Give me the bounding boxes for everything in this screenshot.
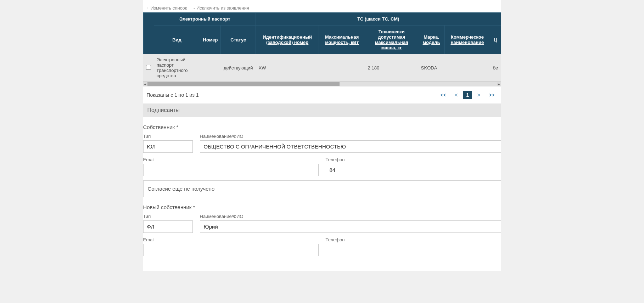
owner-type-label: Тип [143, 134, 193, 139]
cell-max-mass: 2 180 [365, 54, 418, 82]
change-list-action[interactable]: + Изменить список [147, 5, 187, 11]
owner-type-input[interactable] [143, 140, 193, 153]
new-owner-legend: Новый собственник * [143, 204, 195, 210]
table-actions: + Изменить список - Исключить из заявлен… [143, 4, 501, 12]
col-group-passport: Электронный паспорт [154, 13, 256, 26]
pagination-info: Показаны с 1 по 1 из 1 [147, 92, 199, 98]
col-group-vehicle: ТС (шасси ТС, СМ) [256, 13, 501, 26]
table-wrapper: Электронный паспорт ТС (шасси ТС, СМ) Ви… [143, 12, 501, 82]
row-checkbox[interactable] [146, 65, 151, 70]
col-commercial[interactable]: Коммерческое наименование [444, 26, 490, 54]
exclude-action[interactable]: - Исключить из заявления [194, 5, 249, 11]
section-signers: Подписанты [143, 103, 501, 117]
col-status[interactable]: Статус [221, 26, 256, 54]
col-type[interactable]: Вид [154, 26, 200, 54]
cell-commercial [444, 54, 490, 82]
owner-consent-status: Согласие еще не получено [143, 180, 501, 197]
cell-type: Электронный паспорт транспортного средст… [154, 54, 200, 82]
new-owner-phone-input[interactable] [326, 244, 501, 256]
pagination: << < 1 > >> [438, 91, 498, 99]
cell-extra: бе [490, 54, 501, 82]
col-checkbox [143, 13, 154, 54]
col-brand[interactable]: Марка, модель [418, 26, 444, 54]
table-row: Электронный паспорт транспортного средст… [143, 54, 501, 82]
cell-id-number: XW [256, 54, 319, 82]
vehicle-table: Электронный паспорт ТС (шасси ТС, СМ) Ви… [143, 12, 501, 81]
owner-email-label: Email [143, 157, 319, 162]
horizontal-scrollbar[interactable]: ◄ ► [143, 82, 501, 86]
owner-phone-label: Телефон [326, 157, 501, 162]
new-owner-type-label: Тип [143, 214, 193, 219]
new-owner-type-input[interactable] [143, 220, 193, 233]
page-first[interactable]: << [438, 91, 449, 99]
page-prev[interactable]: < [452, 91, 460, 99]
col-number[interactable]: Номер [200, 26, 221, 54]
scroll-right-icon[interactable]: ► [497, 82, 501, 86]
new-owner-name-input[interactable] [200, 220, 501, 233]
owner-name-input[interactable] [200, 140, 501, 153]
new-owner-email-input[interactable] [143, 244, 319, 256]
new-owner-email-label: Email [143, 237, 319, 242]
cell-status: действующий [221, 54, 256, 82]
col-extra[interactable]: Ц [490, 26, 501, 54]
page-current[interactable]: 1 [463, 91, 472, 99]
new-owner-name-label: Наименование/ФИО [200, 214, 501, 219]
col-max-mass[interactable]: Технически допустимая максимальная масса… [365, 26, 418, 54]
owner-email-input[interactable] [143, 164, 319, 176]
cell-brand: SKODA [418, 54, 444, 82]
cell-max-power [319, 54, 365, 82]
owner-legend: Собственник * [143, 124, 179, 130]
page-last[interactable]: >> [486, 91, 497, 99]
new-owner-phone-label: Телефон [326, 237, 501, 242]
page-next[interactable]: > [475, 91, 483, 99]
col-id-number[interactable]: Идентификационный (заводской) номер [256, 26, 319, 54]
owner-phone-input[interactable] [326, 164, 501, 176]
scroll-left-icon[interactable]: ◄ [143, 82, 147, 86]
owner-name-label: Наименование/ФИО [200, 134, 501, 139]
col-max-power[interactable]: Максимальная мощность, кВт [319, 26, 365, 54]
cell-number [200, 54, 221, 82]
